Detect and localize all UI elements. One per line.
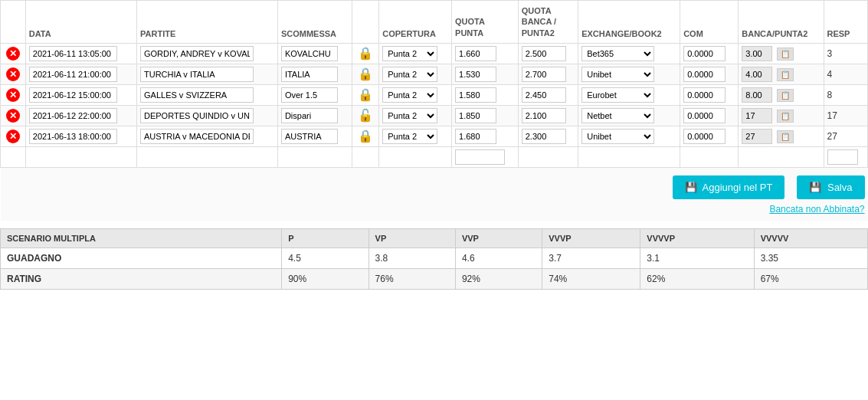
row-copertura-0[interactable]: Punta 2Punta 1X bbox=[382, 46, 437, 61]
row-banca-4[interactable] bbox=[742, 129, 772, 144]
lock-icon-4[interactable]: 🔒 bbox=[358, 130, 373, 143]
copy-banca-2[interactable]: 📋 bbox=[777, 89, 794, 102]
row-partite-1[interactable] bbox=[140, 67, 254, 82]
row-exchange-4[interactable]: Bet365UnibetEurobetNetbetBetfair bbox=[581, 129, 654, 144]
row-quota-banca-3[interactable] bbox=[522, 108, 566, 123]
row-partite-2[interactable] bbox=[140, 87, 254, 103]
row-com-4[interactable] bbox=[683, 129, 726, 144]
col-header-com: COM bbox=[680, 1, 739, 44]
row-quota-banca-2[interactable] bbox=[522, 87, 566, 103]
col-header-data: DATA bbox=[25, 1, 136, 44]
row-resp-4: 27 bbox=[827, 131, 837, 142]
row-resp-2: 8 bbox=[827, 90, 833, 100]
row-quota-banca-4[interactable] bbox=[522, 129, 566, 144]
row-data-3[interactable] bbox=[29, 108, 117, 123]
row-banca-1[interactable] bbox=[742, 67, 772, 82]
row-com-0[interactable] bbox=[683, 46, 726, 61]
copy-banca-0[interactable]: 📋 bbox=[777, 48, 794, 61]
salva-button[interactable]: 💾 Salva bbox=[797, 175, 864, 199]
scenario-col-vvvp: VVVP bbox=[542, 228, 640, 248]
delete-button-0[interactable]: ✕ bbox=[6, 47, 20, 61]
row-banca-3[interactable] bbox=[742, 108, 772, 123]
row-copertura-3[interactable]: Punta 2Punta 1X bbox=[382, 108, 437, 123]
scenario-row-0-val-3: 3.7 bbox=[542, 248, 640, 268]
copy-banca-1[interactable]: 📋 bbox=[777, 68, 794, 81]
save-icon-salva: 💾 bbox=[809, 182, 821, 193]
scenario-row-label-1: RATING bbox=[1, 268, 282, 289]
row-scommessa-1[interactable] bbox=[281, 67, 338, 82]
row-quota-punta-2[interactable] bbox=[455, 87, 496, 103]
bancata-link[interactable]: Bancata non Abbinata? bbox=[769, 204, 864, 215]
scenario-col-p: P bbox=[282, 228, 368, 248]
row-quota-punta-1[interactable] bbox=[455, 67, 496, 82]
row-quota-banca-0[interactable] bbox=[522, 46, 566, 61]
copy-banca-3[interactable]: 📋 bbox=[777, 110, 794, 123]
lock-icon-0[interactable]: 🔒 bbox=[358, 47, 373, 60]
row-partite-0[interactable] bbox=[140, 46, 254, 61]
scenario-col-vvvvv: VVVVV bbox=[754, 228, 867, 248]
scenario-row-0-val-5: 3.35 bbox=[754, 248, 867, 268]
row-resp-1: 4 bbox=[827, 69, 833, 80]
row-banca-0[interactable] bbox=[742, 46, 772, 61]
row-exchange-1[interactable]: Bet365UnibetEurobetNetbetBetfair bbox=[581, 67, 654, 82]
scenario-row-0-val-4: 3.1 bbox=[640, 248, 754, 268]
delete-button-2[interactable]: ✕ bbox=[6, 88, 20, 102]
scenario-title-header: SCENARIO MULTIPLA bbox=[1, 228, 282, 248]
lock-icon-1[interactable]: 🔒 bbox=[358, 67, 373, 80]
col-header-copertura: COPERTURA bbox=[379, 1, 452, 44]
scenario-row-0-val-2: 4.6 bbox=[455, 248, 542, 268]
row-data-4[interactable] bbox=[29, 129, 117, 144]
row-com-1[interactable] bbox=[683, 67, 726, 82]
scenario-row-1-val-1: 76% bbox=[368, 268, 455, 289]
scenario-row-0-val-0: 4.5 bbox=[282, 248, 368, 268]
row-data-1[interactable] bbox=[29, 67, 117, 82]
row-exchange-3[interactable]: Bet365UnibetEurobetNetbetBetfair bbox=[581, 108, 654, 123]
row-exchange-0[interactable]: Bet365UnibetEurobetNetbetBetfair bbox=[581, 46, 654, 61]
row-data-2[interactable] bbox=[29, 87, 117, 103]
scenario-row-label-0: GUADAGNO bbox=[1, 248, 282, 268]
scenario-col-vp: VP bbox=[368, 228, 455, 248]
row-quota-banca-1[interactable] bbox=[522, 67, 566, 82]
scenario-row-1-val-0: 90% bbox=[282, 268, 368, 289]
row-scommessa-2[interactable] bbox=[281, 87, 338, 103]
row-data-0[interactable] bbox=[29, 46, 117, 61]
row-scommessa-3[interactable] bbox=[281, 108, 338, 123]
scenario-row-0-val-1: 3.8 bbox=[368, 248, 455, 268]
col-header-banca: BANCA/PUNTA2 bbox=[739, 1, 824, 44]
row-scommessa-4[interactable] bbox=[281, 129, 338, 144]
row-partite-4[interactable] bbox=[140, 129, 254, 144]
row-copertura-4[interactable]: Punta 2Punta 1X bbox=[382, 129, 437, 144]
scenario-row-1-val-3: 74% bbox=[542, 268, 640, 289]
scenario-row-1-val-5: 67% bbox=[754, 268, 867, 289]
resp-sum-input[interactable]: 59 bbox=[827, 149, 858, 165]
copy-banca-4[interactable]: 📋 bbox=[777, 130, 794, 143]
row-scommessa-0[interactable] bbox=[281, 46, 338, 61]
row-com-2[interactable] bbox=[683, 87, 726, 103]
delete-button-1[interactable]: ✕ bbox=[6, 67, 20, 81]
scenario-col-vvp: VVP bbox=[455, 228, 542, 248]
delete-button-3[interactable]: ✕ bbox=[6, 109, 20, 123]
row-quota-punta-4[interactable] bbox=[455, 129, 496, 144]
row-partite-3[interactable] bbox=[140, 108, 254, 123]
row-copertura-2[interactable]: Punta 2Punta 1X bbox=[382, 87, 437, 103]
col-header-partite: PARTITE bbox=[137, 1, 278, 44]
row-quota-punta-0[interactable] bbox=[455, 46, 496, 61]
row-banca-2[interactable] bbox=[742, 87, 772, 103]
scenario-col-vvvvp: VVVVP bbox=[640, 228, 754, 248]
lock-icon-2[interactable]: 🔒 bbox=[358, 88, 373, 101]
row-quota-punta-3[interactable] bbox=[455, 108, 496, 123]
scenario-row-1-val-4: 62% bbox=[640, 268, 754, 289]
col-header-exchange: EXCHANGE/BOOK2 bbox=[578, 1, 680, 44]
delete-button-4[interactable]: ✕ bbox=[6, 130, 20, 143]
lock-icon-3[interactable]: 🔓 bbox=[358, 109, 373, 122]
row-com-3[interactable] bbox=[683, 108, 726, 123]
row-resp-0: 3 bbox=[827, 48, 833, 59]
scenario-row-1-val-2: 92% bbox=[455, 268, 542, 289]
row-resp-3: 17 bbox=[827, 110, 837, 121]
row-exchange-2[interactable]: Bet365UnibetEurobetNetbetBetfair bbox=[581, 87, 654, 103]
aggiungi-button[interactable]: 💾 Aggiungi nel PT bbox=[673, 175, 785, 199]
quota-sum-input[interactable]: 12.47 bbox=[455, 149, 505, 165]
save-icon-aggiungi: 💾 bbox=[685, 182, 697, 193]
col-header-resp: RESP bbox=[824, 1, 868, 44]
row-copertura-1[interactable]: Punta 2Punta 1X bbox=[382, 67, 437, 82]
